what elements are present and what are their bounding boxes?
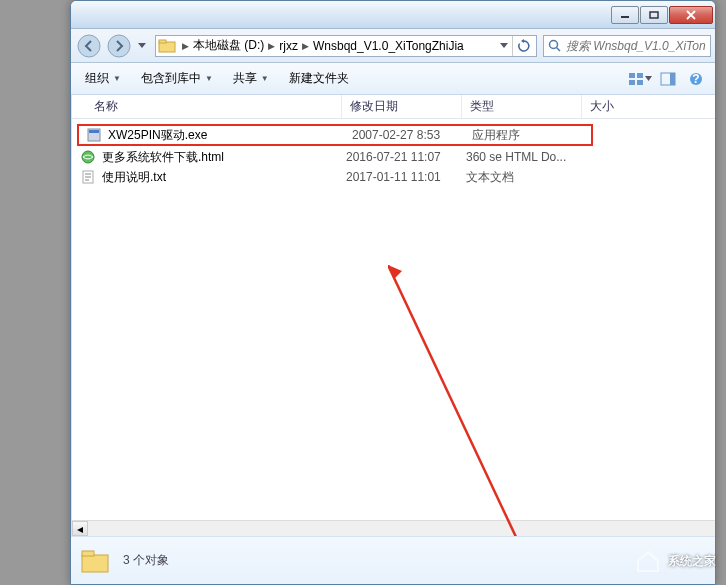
- organize-button[interactable]: 组织▼: [77, 67, 129, 90]
- svg-rect-10: [629, 80, 635, 85]
- file-type: 360 se HTML Do...: [466, 150, 586, 164]
- watermark: 系统之家: [634, 547, 716, 575]
- file-name: 更多系统软件下载.html: [102, 149, 346, 166]
- addressbar[interactable]: ▶ 本地磁盘 (D:) ▶ rjxz ▶ Wnsbqd_V1.0_XiTongZ…: [155, 35, 537, 57]
- file-row[interactable]: 更多系统软件下载.html 2016-07-21 11:07 360 se HT…: [72, 147, 715, 167]
- svg-rect-40: [89, 130, 99, 133]
- include-library-button[interactable]: 包含到库中▼: [133, 67, 221, 90]
- explorer-window: ▶ 本地磁盘 (D:) ▶ rjxz ▶ Wnsbqd_V1.0_XiTongZ…: [70, 0, 716, 585]
- exe-icon: [86, 127, 102, 143]
- svg-rect-9: [637, 73, 643, 78]
- content-pane: 名称 修改日期 类型 大小 XW25PIN驱动.exe 2007-02-27 8…: [72, 95, 715, 536]
- svg-point-2: [78, 35, 100, 57]
- folder-icon: [158, 38, 176, 54]
- file-name: XW25PIN驱动.exe: [108, 127, 352, 144]
- chevron-right-icon[interactable]: ▶: [266, 41, 277, 51]
- toolbar: 组织▼ 包含到库中▼ 共享▼ 新建文件夹 ?: [71, 63, 715, 95]
- chevron-right-icon[interactable]: ▶: [180, 41, 191, 51]
- scroll-track[interactable]: [88, 521, 715, 536]
- svg-line-46: [388, 265, 548, 536]
- breadcrumb-folder1[interactable]: rjxz: [277, 39, 300, 53]
- back-button[interactable]: [75, 33, 103, 59]
- folder-icon: [79, 545, 111, 577]
- body: ▾ 收藏夹 OneDrive 下载 桌面 最近访问的位置 ▾ 库 Subvers…: [71, 95, 715, 536]
- file-list[interactable]: XW25PIN驱动.exe 2007-02-27 8:53 应用程序 更多系统软…: [72, 119, 715, 520]
- breadcrumb-folder2[interactable]: Wnsbqd_V1.0_XiTongZhiJia: [311, 39, 466, 53]
- house-icon: [634, 547, 662, 575]
- refresh-button[interactable]: [512, 36, 534, 56]
- svg-rect-13: [670, 73, 675, 85]
- scroll-left-button[interactable]: ◂: [72, 521, 88, 536]
- close-button[interactable]: [669, 6, 713, 24]
- svg-rect-48: [82, 551, 94, 556]
- svg-rect-5: [159, 40, 166, 43]
- navbar: ▶ 本地磁盘 (D:) ▶ rjxz ▶ Wnsbqd_V1.0_XiTongZ…: [71, 29, 715, 63]
- view-options-button[interactable]: [627, 68, 653, 90]
- annotation-arrow: [388, 265, 588, 536]
- svg-point-3: [108, 35, 130, 57]
- preview-pane-button[interactable]: [655, 68, 681, 90]
- help-button[interactable]: ?: [683, 68, 709, 90]
- file-date: 2016-07-21 11:07: [346, 150, 466, 164]
- svg-rect-1: [650, 12, 658, 18]
- svg-rect-8: [629, 73, 635, 78]
- maximize-button[interactable]: [640, 6, 668, 24]
- file-row[interactable]: XW25PIN驱动.exe 2007-02-27 8:53 应用程序: [78, 125, 592, 145]
- chevron-right-icon[interactable]: ▶: [300, 41, 311, 51]
- search-icon: [548, 39, 562, 53]
- svg-line-7: [557, 47, 561, 51]
- column-header-date[interactable]: 修改日期: [342, 95, 462, 118]
- minimize-button[interactable]: [611, 6, 639, 24]
- titlebar[interactable]: [71, 1, 715, 29]
- history-dropdown[interactable]: [135, 33, 149, 59]
- svg-rect-11: [637, 80, 643, 85]
- horizontal-scrollbar[interactable]: ◂ ▸: [72, 520, 715, 536]
- file-type: 文本文档: [466, 169, 586, 186]
- svg-rect-0: [621, 16, 629, 18]
- column-header-type[interactable]: 类型: [462, 95, 582, 118]
- svg-text:?: ?: [692, 72, 699, 86]
- searchbar[interactable]: [543, 35, 711, 57]
- html-icon: [80, 149, 96, 165]
- statusbar: 3 个对象: [71, 536, 715, 584]
- file-date: 2007-02-27 8:53: [352, 128, 472, 142]
- forward-button[interactable]: [105, 33, 133, 59]
- newfolder-button[interactable]: 新建文件夹: [281, 67, 357, 90]
- breadcrumb-disk[interactable]: 本地磁盘 (D:): [191, 37, 266, 54]
- share-button[interactable]: 共享▼: [225, 67, 277, 90]
- status-count: 3 个对象: [123, 552, 169, 569]
- txt-icon: [80, 169, 96, 185]
- column-header-size[interactable]: 大小: [582, 95, 715, 118]
- column-header-name[interactable]: 名称: [72, 95, 342, 118]
- file-name: 使用说明.txt: [102, 169, 346, 186]
- svg-rect-47: [82, 555, 108, 572]
- column-headers: 名称 修改日期 类型 大小: [72, 95, 715, 119]
- svg-point-6: [550, 40, 558, 48]
- file-date: 2017-01-11 11:01: [346, 170, 466, 184]
- address-dropdown[interactable]: [496, 43, 512, 48]
- file-row[interactable]: 使用说明.txt 2017-01-11 11:01 文本文档: [72, 167, 715, 187]
- file-type: 应用程序: [472, 127, 592, 144]
- search-input[interactable]: [566, 39, 706, 53]
